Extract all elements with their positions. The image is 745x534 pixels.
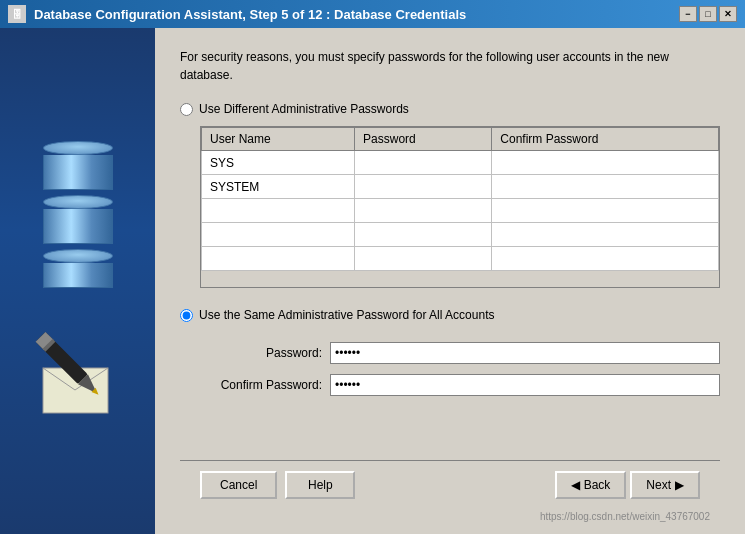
radio-same[interactable] [180, 309, 193, 322]
maximize-button[interactable]: □ [699, 6, 717, 22]
cylinder-2 [43, 195, 113, 244]
next-button[interactable]: Next ▶ [630, 471, 700, 499]
radio-different-option[interactable]: Use Different Administrative Passwords [180, 102, 720, 116]
username-system: SYSTEM [202, 175, 355, 199]
cylinder-stack [43, 141, 113, 288]
main-container: For security reasons, you must specify p… [0, 28, 745, 534]
left-buttons: Cancel Help [200, 471, 355, 499]
cylinder-1 [43, 141, 113, 190]
radio-different[interactable] [180, 103, 193, 116]
window-controls: − □ ✕ [679, 6, 737, 22]
confirm-row: Confirm Password: [200, 374, 720, 396]
confirm-system[interactable] [492, 175, 719, 199]
confirm-sys[interactable] [492, 151, 719, 175]
col-password: Password [355, 128, 492, 151]
right-panel: For security reasons, you must specify p… [155, 28, 745, 534]
password-system[interactable] [355, 175, 492, 199]
password-label: Password: [200, 346, 330, 360]
radio-different-label[interactable]: Use Different Administrative Passwords [199, 102, 409, 116]
password-sys[interactable] [355, 151, 492, 175]
next-arrow-icon: ▶ [675, 478, 684, 492]
table-row-empty [202, 247, 719, 271]
cylinder-3 [43, 249, 113, 288]
bottom-bar: Cancel Help ◀ Back Next ▶ [180, 460, 720, 509]
password-input[interactable] [330, 342, 720, 364]
confirm-input[interactable] [330, 374, 720, 396]
minimize-button[interactable]: − [679, 6, 697, 22]
back-label: Back [584, 478, 611, 492]
left-panel [0, 28, 155, 534]
password-fields: Password: Confirm Password: [200, 342, 720, 406]
description-text: For security reasons, you must specify p… [180, 48, 720, 84]
back-button[interactable]: ◀ Back [555, 471, 627, 499]
close-button[interactable]: ✕ [719, 6, 737, 22]
radio-same-label[interactable]: Use the Same Administrative Password for… [199, 308, 494, 322]
right-buttons: ◀ Back Next ▶ [555, 471, 700, 499]
next-label: Next [646, 478, 671, 492]
confirm-label: Confirm Password: [200, 378, 330, 392]
username-sys: SYS [202, 151, 355, 175]
table-row: SYS [202, 151, 719, 175]
back-arrow-icon: ◀ [571, 478, 580, 492]
db-illustration [33, 141, 123, 421]
radio-same-option[interactable]: Use the Same Administrative Password for… [180, 308, 720, 322]
app-icon: 🗄 [8, 5, 26, 23]
col-username: User Name [202, 128, 355, 151]
table-row-empty [202, 199, 719, 223]
pen-illustration [33, 308, 123, 421]
cancel-button[interactable]: Cancel [200, 471, 277, 499]
credentials-table-wrapper: User Name Password Confirm Password SYS … [200, 126, 720, 288]
title-bar: 🗄 Database Configuration Assistant, Step… [0, 0, 745, 28]
table-row: SYSTEM [202, 175, 719, 199]
window-title: Database Configuration Assistant, Step 5… [34, 7, 466, 22]
col-confirm: Confirm Password [492, 128, 719, 151]
password-row: Password: [200, 342, 720, 364]
help-button[interactable]: Help [285, 471, 355, 499]
table-row-empty [202, 223, 719, 247]
credentials-table: User Name Password Confirm Password SYS … [201, 127, 719, 271]
watermark: https://blog.csdn.net/weixin_43767002 [180, 509, 720, 524]
